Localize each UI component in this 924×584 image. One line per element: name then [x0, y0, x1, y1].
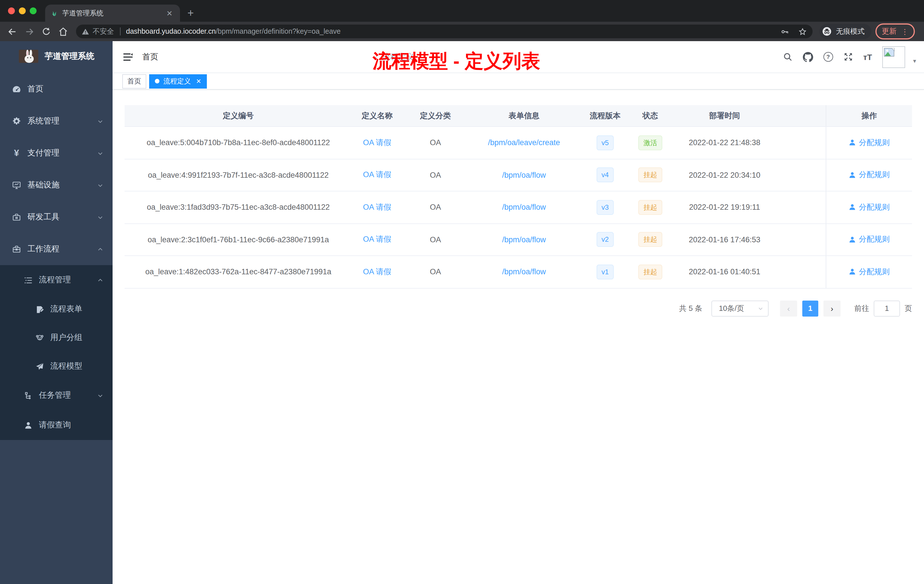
fullscreen-icon[interactable]: [843, 52, 853, 62]
paper-plane-icon: [35, 362, 44, 371]
definition-name-link[interactable]: OA 请假: [363, 170, 391, 180]
security-label[interactable]: 不安全: [92, 26, 114, 36]
help-icon[interactable]: ?: [823, 52, 833, 62]
github-icon[interactable]: [803, 52, 813, 62]
update-label: 更新: [882, 26, 897, 36]
update-button[interactable]: 更新 ⋮: [875, 23, 915, 40]
pagination: 共 5 条 10条/页 ‹ 1 › 前往 1 页: [125, 300, 912, 316]
reload-icon[interactable]: [42, 27, 51, 36]
assign-rule-link[interactable]: 分配规则: [848, 234, 890, 245]
sidebar-item-process-management[interactable]: 流程管理: [0, 265, 112, 295]
home-icon[interactable]: [58, 26, 68, 36]
form-link[interactable]: /bpm/oa/flow: [502, 236, 546, 244]
sidebar-menu: 首页 系统管理 ¥ 支付管理: [0, 73, 112, 440]
sidebar-item-system[interactable]: 系统管理: [0, 105, 112, 137]
address-bar[interactable]: 不安全 dashboard.yudao.iocoder.cn/bpm/manag…: [76, 25, 813, 38]
sidebar-item-label: 流程表单: [50, 304, 104, 314]
cell-definition-id: oa_leave:1:482ec033-762a-11ec-8477-a2380…: [125, 256, 352, 288]
column-header: 状态: [631, 105, 670, 126]
definition-name-link[interactable]: OA 请假: [363, 234, 391, 245]
user-icon: [848, 172, 856, 179]
next-page-button[interactable]: ›: [823, 300, 841, 316]
column-header-spacer: [779, 105, 826, 126]
browser-tabstrip: 芋道管理系统 ✕ +: [0, 0, 924, 22]
search-icon[interactable]: [782, 52, 792, 62]
key-icon[interactable]: [780, 27, 789, 36]
assign-rule-link[interactable]: 分配规则: [848, 267, 890, 277]
column-header: 定义名称: [352, 105, 402, 126]
dashboard-icon: [12, 84, 21, 94]
avatar[interactable]: [882, 46, 905, 68]
sidebar-item-label: 请假查询: [39, 420, 104, 430]
prev-page-button[interactable]: ‹: [780, 300, 797, 316]
cell-definition-id: oa_leave:4:991f2193-7b7f-11ec-a3c8-acde4…: [125, 159, 352, 191]
tab-close-icon[interactable]: ✕: [165, 9, 174, 17]
definition-name-link[interactable]: OA 请假: [363, 138, 391, 148]
version-badge: v2: [596, 232, 614, 247]
forward-icon[interactable]: [25, 26, 34, 36]
avatar-caret-icon[interactable]: ▼: [912, 58, 917, 64]
person-icon: [23, 421, 33, 429]
cell-deploy-time: 2022-01-16 17:46:53: [670, 224, 779, 256]
chevron-down-icon: [97, 182, 104, 188]
annotation-title: 流程模型 - 定义列表: [373, 49, 540, 74]
window-close-button[interactable]: [8, 7, 15, 14]
sidebar-item-user-group[interactable]: 用户分组: [0, 323, 112, 352]
assign-rule-link[interactable]: 分配规则: [848, 202, 890, 213]
sidebar-item-payment[interactable]: ¥ 支付管理: [0, 137, 112, 169]
tags-view-bar: 首页 流程定义 ✕: [112, 73, 924, 90]
bookmark-star-icon[interactable]: [798, 27, 807, 36]
window-zoom-button[interactable]: [30, 7, 36, 14]
sidebar-item-home[interactable]: 首页: [0, 73, 112, 105]
chevron-up-icon: [97, 277, 104, 283]
font-size-icon[interactable]: ᴛT: [863, 52, 872, 61]
sidebar-item-workflow[interactable]: 工作流程: [0, 233, 112, 265]
definition-name-link[interactable]: OA 请假: [363, 202, 391, 213]
form-link[interactable]: /bpm/oa/leave/create: [488, 139, 560, 147]
monitor-icon: [12, 181, 21, 190]
form-link[interactable]: /bpm/oa/flow: [502, 203, 546, 212]
sidebar-item-process-model[interactable]: 流程模型: [0, 352, 112, 381]
sidebar-item-label: 研发工具: [27, 212, 97, 222]
assign-rule-link[interactable]: 分配规则: [848, 138, 890, 148]
browser-toolbar: 不安全 dashboard.yudao.iocoder.cn/bpm/manag…: [0, 22, 924, 41]
tab-title: 芋道管理系统: [62, 8, 165, 18]
sidebar-collapse-icon[interactable]: [123, 52, 133, 61]
sidebar-item-infrastructure[interactable]: 基础设施: [0, 169, 112, 201]
sidebar-item-label: 任务管理: [39, 390, 97, 401]
page-number-button[interactable]: 1: [802, 300, 818, 316]
table-row: oa_leave:1:482ec033-762a-11ec-8477-a2380…: [125, 256, 912, 288]
browser-tab[interactable]: 芋道管理系统 ✕: [45, 5, 180, 22]
new-tab-button[interactable]: +: [187, 6, 194, 21]
back-icon[interactable]: [7, 26, 17, 36]
cell-spacer: [779, 159, 826, 191]
column-header: 定义编号: [125, 105, 352, 126]
warning-icon: [82, 28, 89, 35]
tag-home[interactable]: 首页: [122, 74, 146, 88]
definition-name-link[interactable]: OA 请假: [363, 267, 391, 277]
tag-process-definition[interactable]: 流程定义 ✕: [149, 74, 207, 88]
goto-label: 前往: [854, 303, 869, 313]
sidebar-item-process-form[interactable]: 流程表单: [0, 295, 112, 323]
window-minimize-button[interactable]: [19, 7, 26, 14]
sidebar-item-task-management[interactable]: 任务管理: [0, 381, 112, 410]
tag-label: 流程定义: [163, 76, 191, 86]
form-link[interactable]: /bpm/oa/flow: [502, 171, 546, 180]
omnibox-divider: [120, 27, 120, 35]
page-size-select[interactable]: 10条/页: [711, 300, 769, 316]
cell-deploy-time: 2022-01-16 01:40:51: [670, 256, 779, 288]
cell-category: OA: [402, 127, 469, 158]
user-icon: [848, 236, 856, 243]
favicon-plant-icon: [51, 10, 58, 16]
tag-close-icon[interactable]: ✕: [196, 78, 201, 85]
column-header: 操作: [826, 105, 912, 126]
app-logo[interactable]: 芋道管理系统: [0, 41, 112, 71]
assign-rule-link[interactable]: 分配规则: [848, 170, 890, 180]
sidebar-item-dev-tools[interactable]: 研发工具: [0, 201, 112, 233]
browser-menu-icon[interactable]: ⋮: [901, 27, 909, 36]
form-link[interactable]: /bpm/oa/flow: [502, 268, 546, 276]
sidebar-item-leave-query[interactable]: 请假查询: [0, 410, 112, 440]
user-icon: [848, 268, 856, 276]
breadcrumb-home[interactable]: 首页: [142, 52, 370, 62]
goto-page-input[interactable]: 1: [874, 300, 900, 316]
